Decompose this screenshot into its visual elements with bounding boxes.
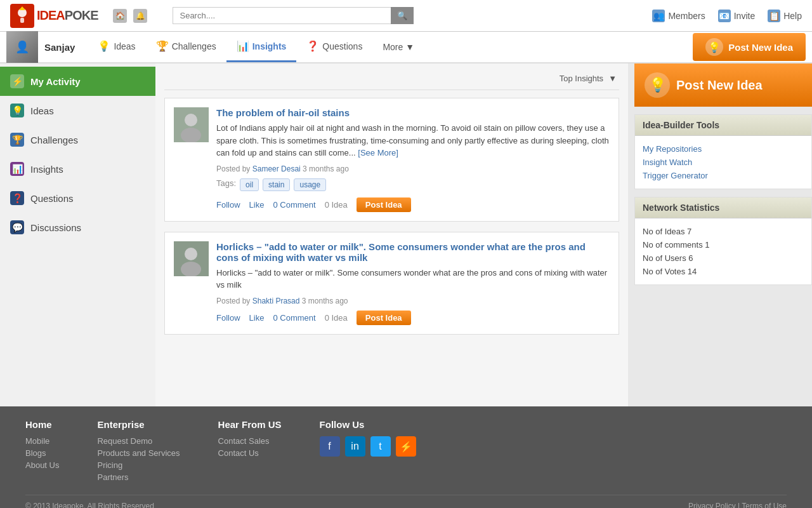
sidebar-item-challenges-label: Challenges — [30, 135, 78, 145]
notification-icon[interactable]: 🔔 — [133, 9, 147, 23]
home-icon[interactable]: 🏠 — [113, 9, 127, 23]
right-panel: 💡 Post New Idea Idea-Builder Tools My Re… — [628, 64, 812, 406]
post-content-2: Horlicks – "add to water or milk". Some … — [216, 241, 610, 325]
tag-usage[interactable]: usage — [294, 178, 326, 191]
follow-link-2[interactable]: Follow — [216, 313, 240, 323]
invite-link[interactable]: 📧 Invite — [718, 10, 755, 22]
post-idea-label: Post New Idea — [728, 42, 793, 53]
sidebar-item-questions[interactable]: ❓ Questions — [0, 184, 155, 213]
footer-home-title: Home — [25, 419, 59, 430]
tab-ideas[interactable]: 💡 Ideas — [88, 32, 145, 62]
logo-text: IDEAPOKE — [37, 8, 98, 23]
comments-link-2[interactable]: 0 Comment — [273, 313, 315, 323]
insight-watch-link[interactable]: Insight Watch — [643, 156, 804, 169]
sidebar: ⚡ My Activity 💡 Ideas 🏆 Challenges 📊 Ins… — [0, 64, 155, 406]
sidebar-item-ideas[interactable]: 💡 Ideas — [0, 96, 155, 125]
footer-hear-col: Hear From US Contact Sales Contact Us — [218, 419, 282, 485]
idea-count-2: 0 Idea — [325, 313, 348, 323]
author-link-2[interactable]: Shakti Prasad — [252, 297, 300, 305]
footer-partners-link[interactable]: Partners — [97, 472, 180, 482]
post-idea-bulb-icon: 💡 — [705, 38, 723, 56]
footer-home-col: Home Mobile Blogs About Us — [25, 419, 59, 485]
sidebar-item-insights-label: Insights — [30, 164, 63, 175]
footer-products-link[interactable]: Products and Services — [97, 448, 180, 458]
see-more-link-1[interactable]: [See More] — [358, 148, 398, 157]
footer-contact-us-link[interactable]: Contact Us — [218, 448, 282, 458]
svg-point-6 — [181, 128, 201, 142]
copyright-text: © 2013 Ideapoke. All Rights Reserved — [25, 502, 154, 508]
social-icons: f in t ⚡ — [320, 436, 416, 457]
footer-legal-links: Privacy Policy | Terms of Use — [688, 502, 787, 508]
tab-challenges[interactable]: 🏆 Challenges — [146, 32, 226, 62]
logo[interactable]: IDEAPOKE — [10, 4, 98, 28]
rss-icon[interactable]: ⚡ — [396, 436, 416, 457]
post-title-1[interactable]: The problem of hair-oil stains — [216, 107, 610, 118]
questions-nav-label: Questions — [322, 41, 362, 51]
author-link-1[interactable]: Sameer Desai — [252, 164, 301, 173]
footer-pricing-link[interactable]: Pricing — [97, 460, 180, 470]
help-link[interactable]: 📋 Help — [768, 10, 802, 22]
facebook-icon[interactable]: f — [320, 436, 340, 457]
top-insights-bar[interactable]: Top Insights ▼ — [164, 70, 619, 90]
like-link-2[interactable]: Like — [249, 313, 265, 323]
footer-mobile-link[interactable]: Mobile — [25, 436, 59, 446]
privacy-policy-link[interactable]: Privacy Policy — [688, 502, 736, 508]
tags-label-1: Tags: — [216, 178, 236, 191]
content-area: Top Insights ▼ The problem of hair-oil s… — [155, 64, 628, 406]
post-body-2: Horlicks – "add to water or milk". Some … — [216, 267, 610, 291]
search-button[interactable]: 🔍 — [391, 7, 414, 24]
twitter-icon[interactable]: t — [370, 436, 391, 457]
footer-follow-title: Follow Us — [320, 419, 416, 430]
footer-enterprise-col: Enterprise Request Demo Products and Ser… — [97, 419, 180, 485]
sidebar-item-insights[interactable]: 📊 Insights — [0, 154, 155, 184]
tag-oil[interactable]: oil — [240, 178, 259, 191]
footer-request-demo-link[interactable]: Request Demo — [97, 436, 180, 446]
tag-stain[interactable]: stain — [263, 178, 290, 191]
network-stats-section: Network Statistics No of Ideas 7 No of c… — [634, 197, 812, 285]
tab-insights[interactable]: 📊 Insights — [226, 32, 297, 62]
post-card-2: Horlicks – "add to water or milk". Some … — [164, 232, 619, 335]
user-avatar[interactable]: 👤 — [6, 31, 38, 63]
post-idea-action-btn-1[interactable]: Post Idea — [357, 197, 411, 212]
post-idea-action-btn-2[interactable]: Post Idea — [357, 311, 411, 325]
search-icon: 🔍 — [397, 11, 407, 20]
insights-nav-label: Insights — [252, 41, 287, 51]
linkedin-icon[interactable]: in — [345, 436, 365, 457]
sidebar-item-questions-label: Questions — [30, 193, 74, 204]
footer-contact-sales-link[interactable]: Contact Sales — [218, 436, 282, 446]
stat-users: No of Users 6 — [643, 251, 804, 265]
like-link-1[interactable]: Like — [249, 200, 265, 210]
discussions-sidebar-icon: 💬 — [10, 220, 24, 234]
idea-builder-title: Idea-Builder Tools — [635, 115, 811, 136]
tab-questions[interactable]: ❓ Questions — [296, 32, 372, 62]
post-new-idea-panel[interactable]: 💡 Post New Idea — [634, 64, 812, 107]
trigger-generator-link[interactable]: Trigger Generator — [643, 169, 804, 182]
pni-bulb-icon: 💡 — [645, 72, 670, 98]
sidebar-item-discussions-label: Discussions — [30, 222, 81, 233]
my-repositories-link[interactable]: My Repositories — [643, 142, 804, 156]
search-input[interactable] — [173, 7, 391, 24]
members-icon: 👥 — [652, 10, 665, 22]
top-insights-arrow: ▼ — [608, 74, 617, 83]
post-body-text-2: Horlicks – "add to water or milk". Some … — [216, 268, 607, 290]
follow-link-1[interactable]: Follow — [216, 200, 240, 210]
footer-about-link[interactable]: About Us — [25, 460, 59, 470]
footer-blogs-link[interactable]: Blogs — [25, 448, 59, 458]
terms-of-use-link[interactable]: Terms of Use — [742, 502, 787, 508]
challenges-sidebar-icon: 🏆 — [10, 133, 24, 147]
footer-hear-title: Hear From US — [218, 419, 282, 430]
sidebar-item-my-activity[interactable]: ⚡ My Activity — [0, 67, 155, 96]
ideas-nav-label: Ideas — [114, 41, 135, 51]
sidebar-item-challenges[interactable]: 🏆 Challenges — [0, 125, 155, 154]
members-link[interactable]: 👥 Members — [652, 10, 705, 22]
help-icon: 📋 — [768, 10, 780, 22]
challenges-nav-label: Challenges — [172, 41, 216, 51]
more-arrow-icon: ▼ — [405, 42, 414, 52]
more-dropdown[interactable]: More ▼ — [372, 32, 424, 62]
avatar-placeholder: 👤 — [6, 31, 38, 63]
post-title-2[interactable]: Horlicks – "add to water or milk". Some … — [216, 241, 610, 263]
comments-link-1[interactable]: 0 Comment — [273, 200, 315, 210]
sidebar-item-discussions[interactable]: 💬 Discussions — [0, 213, 155, 242]
logo-icon — [10, 4, 34, 28]
post-idea-button[interactable]: 💡 Post New Idea — [693, 33, 806, 61]
